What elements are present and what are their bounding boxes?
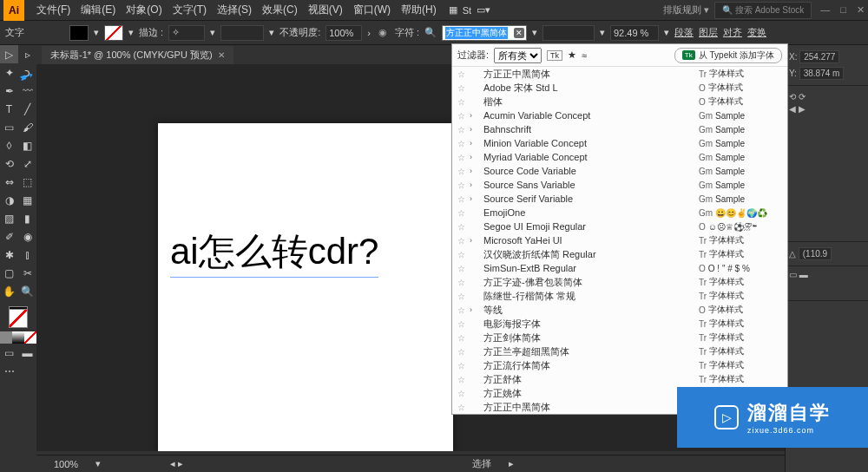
type-tool[interactable]: T <box>0 100 18 118</box>
favorite-star-icon[interactable]: ☆ <box>457 83 470 93</box>
expand-chevron-icon[interactable]: › <box>470 153 480 161</box>
gradient-tool[interactable]: ▮ <box>18 209 36 227</box>
favorite-star-icon[interactable]: ☆ <box>457 250 470 259</box>
font-row[interactable]: ☆方正流行体简体Tr 字体样式 <box>452 358 787 372</box>
minimize-button[interactable]: — <box>820 4 830 16</box>
font-row[interactable]: ☆›Minion Variable ConceptGm Sample <box>452 136 787 150</box>
artboard[interactable]: ai怎么转cdr? <box>158 123 453 451</box>
font-list[interactable]: ☆方正正中黑简体Tr 字体样式☆Adobe 宋体 Std LO 字体样式☆楷体O… <box>452 67 787 414</box>
zoom-level[interactable]: 100% <box>54 459 78 469</box>
document-tab[interactable]: 未标题-1* @ 100% (CMYK/GPU 预览) ✕ <box>42 46 233 64</box>
fill-dropdown-icon[interactable]: ▾ <box>94 27 99 38</box>
font-row[interactable]: ☆方正剑体简体Tr 字体样式 <box>452 331 787 344</box>
favorite-star-icon[interactable]: ☆ <box>457 319 470 329</box>
font-row[interactable]: ☆方正舒体Tr 字体样式 <box>452 372 787 386</box>
font-row[interactable]: ☆方正兰亭超细黑简体Tr 字体样式 <box>452 344 787 358</box>
brush-dropdown[interactable] <box>220 25 264 41</box>
favorite-star-icon[interactable]: ☆ <box>457 264 470 273</box>
menu-object[interactable]: 对象(O) <box>121 3 167 17</box>
column-graph-tool[interactable]: ⫿ <box>18 246 36 264</box>
font-row[interactable]: ☆›Microsoft YaHei UITr 字体样式 <box>452 233 787 247</box>
scale-tool[interactable]: ⤢ <box>18 154 36 173</box>
favorite-filter-icon[interactable]: ★ <box>568 49 576 61</box>
menu-view[interactable]: 视图(V) <box>303 3 348 17</box>
edit-toolbar-button[interactable]: ⋯ <box>0 362 18 380</box>
favorite-star-icon[interactable]: ☆ <box>457 139 470 148</box>
expand-chevron-icon[interactable]: › <box>470 305 480 314</box>
favorite-star-icon[interactable]: ☆ <box>457 375 470 384</box>
maximize-button[interactable]: □ <box>840 4 846 16</box>
mesh-tool[interactable]: ▨ <box>0 209 18 227</box>
pen-tool[interactable]: ✒ <box>0 82 18 100</box>
search-font-icon[interactable]: 🔍 <box>424 27 437 38</box>
artboard-tool[interactable]: ▢ <box>0 264 18 282</box>
blend-tool[interactable]: ◉ <box>18 227 36 246</box>
stroke-dropdown-icon[interactable]: ▾ <box>128 27 134 38</box>
favorite-star-icon[interactable]: ☆ <box>457 69 470 79</box>
favorite-star-icon[interactable]: ☆ <box>457 403 470 412</box>
favorite-star-icon[interactable]: ☆ <box>457 389 470 398</box>
menu-select[interactable]: 选择(S) <box>212 3 257 17</box>
symbol-sprayer-tool[interactable]: ✱ <box>0 246 18 264</box>
shaper-tool[interactable]: ◊ <box>0 136 18 154</box>
expand-chevron-icon[interactable]: › <box>470 194 480 203</box>
favorite-star-icon[interactable]: ☆ <box>457 292 470 301</box>
close-button[interactable]: ✕ <box>857 4 865 16</box>
shape-builder-tool[interactable]: ◑ <box>0 191 18 209</box>
favorite-star-icon[interactable]: ☆ <box>457 208 470 218</box>
direct-selection-tool[interactable]: ▹ <box>18 45 36 63</box>
font-row[interactable]: ☆电影海报字体Tr 字体样式 <box>452 317 787 331</box>
font-row[interactable]: ☆SimSun-ExtB RegularO O ! " # $ % <box>452 261 787 275</box>
favorite-star-icon[interactable]: ☆ <box>457 194 470 204</box>
font-row[interactable]: ☆楷体O 字体样式 <box>452 95 787 108</box>
font-family-input[interactable]: 方正正中黑简体 ✕ <box>442 25 527 41</box>
free-transform-tool[interactable]: ⬚ <box>18 173 36 191</box>
font-row[interactable]: ☆EmojiOneGm 😀😊✌️🌍♻️ <box>452 206 787 220</box>
font-row[interactable]: ☆›Acumin Variable ConceptGm Sample <box>452 108 787 122</box>
color-modes[interactable] <box>0 331 36 344</box>
font-row[interactable]: ☆汉仪晓波折纸体简 RegularTr 字体样式 <box>452 247 787 261</box>
panel-icons[interactable]: ⟲ ⟳ ◀ ▶ <box>786 86 868 242</box>
menu-effect[interactable]: 效果(C) <box>257 3 303 17</box>
favorite-star-icon[interactable]: ☆ <box>457 125 470 134</box>
paintbrush-tool[interactable]: 🖌 <box>18 118 36 136</box>
favorite-star-icon[interactable]: ☆ <box>457 278 470 287</box>
favorite-star-icon[interactable]: ☆ <box>457 97 470 107</box>
tab-close-icon[interactable]: ✕ <box>218 50 225 60</box>
favorite-star-icon[interactable]: ☆ <box>457 153 470 162</box>
perspective-tool[interactable]: ▦ <box>18 191 36 209</box>
menu-help[interactable]: 帮助(H) <box>396 3 442 17</box>
filter-select[interactable]: 所有类 <box>494 48 542 63</box>
canvas-text[interactable]: ai怎么转cdr? <box>170 227 378 276</box>
recolor-icon[interactable]: ◉ <box>376 26 390 40</box>
expand-chevron-icon[interactable]: › <box>470 180 480 189</box>
filter-tk-icon[interactable]: Tk <box>547 50 562 61</box>
stock-icon[interactable]: St <box>463 5 471 16</box>
font-row[interactable]: ☆›Source Sans VariableGm Sample <box>452 178 787 192</box>
font-style-dropdown[interactable] <box>542 25 595 41</box>
font-row[interactable]: ☆方正正中黑简体Tr 字体样式 <box>452 67 787 81</box>
layout-rules-dropdown[interactable]: 排版规则 ▾ <box>658 3 714 16</box>
expand-chevron-icon[interactable]: › <box>470 139 480 148</box>
appearance-section[interactable]: ▭ ▬ <box>786 266 868 301</box>
stroke-swatch[interactable] <box>104 25 123 41</box>
stroke-weight-input[interactable]: ✧ <box>168 25 205 41</box>
panel-link-paragraph[interactable]: 段落 <box>674 26 694 39</box>
bridge-icon[interactable]: ▦ <box>449 4 457 16</box>
favorite-star-icon[interactable]: ☆ <box>457 167 470 176</box>
eraser-tool[interactable]: ◧ <box>18 136 36 154</box>
expand-chevron-icon[interactable]: › <box>470 125 480 134</box>
panel-link-align[interactable]: 对齐 <box>723 26 742 39</box>
panel-link-layers[interactable]: 图层 <box>699 26 718 39</box>
font-row[interactable]: ☆Segoe UI Emoji RegularO ☺☹♕⚽⛈☁ <box>452 220 787 233</box>
font-row[interactable]: ☆陈继世-行楷简体 常规Tr 字体样式 <box>452 289 787 303</box>
screen-mode-full[interactable]: ▬ <box>18 344 36 362</box>
font-row[interactable]: ☆›BahnschriftGm Sample <box>452 122 787 136</box>
hand-tool[interactable]: ✋ <box>0 282 18 300</box>
add-typekit-button[interactable]: Tk 从 Typekit 添加字体 <box>674 48 782 63</box>
arrange-icon[interactable]: ▭▾ <box>477 4 490 16</box>
menu-window[interactable]: 窗口(W) <box>348 3 396 17</box>
expand-chevron-icon[interactable]: › <box>470 167 480 175</box>
panel-link-transform[interactable]: 变换 <box>747 26 766 39</box>
similar-filter-icon[interactable]: ≈ <box>582 50 587 61</box>
